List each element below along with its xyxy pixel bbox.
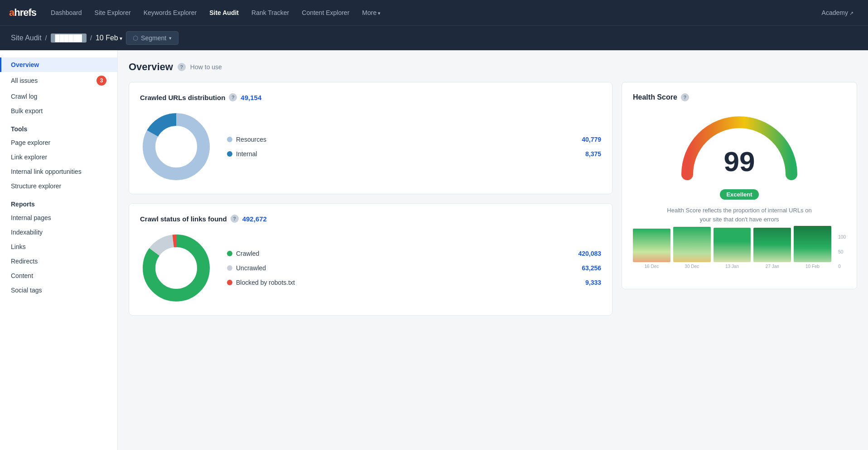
legend-blocked-text: Blocked by robots.txt — [236, 279, 295, 286]
breadcrumb-bar: Site Audit / ██████ / 10 Feb Segment — [0, 25, 868, 50]
sidebar-item-internal-pages[interactable]: Internal pages — [0, 211, 117, 225]
sidebar-item-internal-link-opportunities[interactable]: Internal link opportunities — [0, 164, 117, 179]
legend-item-uncrawled: Uncrawled 63,256 — [227, 264, 601, 272]
legend-blocked-dot — [227, 280, 232, 285]
legend-uncrawled-text: Uncrawled — [236, 264, 266, 272]
crawl-status-help-icon[interactable]: ? — [231, 215, 239, 223]
help-icon[interactable]: ? — [178, 63, 186, 71]
legend-internal-text: Internal — [236, 150, 257, 158]
crawled-urls-donut — [140, 110, 212, 183]
legend-resources-dot — [227, 137, 232, 142]
y-label-50: 50 — [838, 249, 846, 254]
bar-group-1: 16 Dec — [633, 229, 670, 269]
breadcrumb-site-audit: Site Audit — [11, 34, 42, 42]
y-label-100: 100 — [838, 235, 846, 239]
segment-button[interactable]: Segment — [126, 31, 178, 45]
sidebar-item-crawl-log[interactable]: Crawl log — [0, 89, 117, 104]
legend-item-internal: Internal 8,375 — [227, 150, 601, 158]
sidebar: Overview All issues 3 Crawl log Bulk exp… — [0, 50, 118, 450]
page-header: Overview ? How to use — [129, 61, 857, 73]
bar-group-2: 30 Dec — [673, 227, 711, 269]
crawl-status-title-text: Crawl status of links found — [140, 215, 227, 223]
crawled-urls-donut-svg — [140, 110, 212, 183]
bar-label-3: 13 Jan — [725, 264, 739, 269]
legend-uncrawled-value: 63,256 — [582, 264, 601, 272]
sidebar-item-links[interactable]: Links — [0, 239, 117, 254]
legend-crawled-text: Crawled — [236, 250, 259, 257]
nav-keywords-explorer[interactable]: Keywords Explorer — [138, 5, 203, 20]
nav-content-explorer[interactable]: Content Explorer — [296, 5, 355, 20]
health-bar-chart: 16 Dec 30 Dec 13 Jan — [633, 233, 846, 278]
legend-internal-value: 8,375 — [585, 150, 601, 158]
legend-internal-dot — [227, 151, 232, 157]
ahrefs-logo[interactable]: ahrefs — [9, 7, 36, 19]
crawl-status-donut — [140, 232, 212, 304]
nav-more[interactable]: More — [357, 5, 386, 20]
crawled-urls-chart-row: Resources 40,779 Internal 8,375 — [140, 110, 601, 183]
breadcrumb-site-name[interactable]: ██████ — [51, 34, 87, 43]
crawl-status-card-title: Crawl status of links found ? 492,672 — [140, 215, 601, 223]
legend-internal-label: Internal — [227, 150, 257, 158]
cards-grid: Crawled URLs distribution ? 49,154 — [129, 82, 857, 316]
how-to-use-link[interactable]: How to use — [190, 63, 222, 71]
health-score-title: Health Score ? — [633, 93, 689, 101]
crawl-status-legend: Crawled 420,083 Uncrawled 63,256 — [227, 250, 601, 286]
nav-rank-tracker[interactable]: Rank Tracker — [246, 5, 294, 20]
bar-2 — [673, 227, 711, 262]
crawled-urls-legend: Resources 40,779 Internal 8,375 — [227, 136, 601, 158]
legend-resources-label: Resources — [227, 136, 266, 143]
crawl-status-donut-svg — [140, 232, 212, 304]
sidebar-section-tools: Tools — [0, 118, 117, 135]
legend-crawled-label: Crawled — [227, 250, 259, 257]
health-score-card: Health Score ? — [622, 82, 857, 289]
bar-5 — [794, 226, 831, 262]
sidebar-item-page-explorer[interactable]: Page explorer — [0, 135, 117, 150]
crawled-urls-help-icon[interactable]: ? — [229, 93, 237, 101]
sidebar-item-social-tags[interactable]: Social tags — [0, 283, 117, 297]
health-score-description: Health Score reflects the proportion of … — [662, 206, 816, 224]
top-navigation: ahrefs Dashboard Site Explorer Keywords … — [0, 0, 868, 25]
sidebar-item-bulk-export[interactable]: Bulk export — [0, 104, 117, 118]
legend-crawled-value: 420,083 — [578, 250, 601, 257]
logo-rest: hrefs — [14, 7, 36, 18]
sidebar-item-indexability[interactable]: Indexability — [0, 225, 117, 239]
sidebar-item-content[interactable]: Content — [0, 268, 117, 283]
nav-academy[interactable]: Academy — [816, 5, 859, 20]
bar-group-5: 10 Feb — [794, 226, 831, 269]
bar-group-3: 13 Jan — [714, 228, 751, 269]
crawled-urls-card-title: Crawled URLs distribution ? 49,154 — [140, 93, 601, 101]
bar-3 — [714, 228, 751, 262]
left-column: Crawled URLs distribution ? 49,154 — [129, 82, 612, 316]
health-score-title-text: Health Score — [633, 93, 677, 101]
gauge-score: 99 — [724, 145, 755, 177]
legend-blocked-label: Blocked by robots.txt — [227, 279, 295, 286]
nav-site-explorer[interactable]: Site Explorer — [89, 5, 136, 20]
sidebar-item-overview[interactable]: Overview — [0, 57, 117, 72]
legend-resources-value: 40,779 — [582, 136, 601, 143]
legend-uncrawled-label: Uncrawled — [227, 264, 266, 272]
sidebar-section-reports: Reports — [0, 193, 117, 211]
bar-label-4: 27 Jan — [766, 264, 779, 269]
legend-resources-text: Resources — [236, 136, 266, 143]
nav-dashboard[interactable]: Dashboard — [45, 5, 87, 20]
bar-chart-bars: 16 Dec 30 Dec 13 Jan — [633, 233, 846, 278]
legend-crawled-dot — [227, 251, 232, 256]
sidebar-item-link-explorer[interactable]: Link explorer — [0, 150, 117, 164]
legend-item-crawled: Crawled 420,083 — [227, 250, 601, 257]
sidebar-item-all-issues[interactable]: All issues 3 — [0, 72, 117, 89]
crawl-status-chart-row: Crawled 420,083 Uncrawled 63,256 — [140, 232, 601, 304]
legend-uncrawled-dot — [227, 265, 232, 271]
bar-label-1: 16 Dec — [645, 264, 659, 269]
breadcrumb-date[interactable]: 10 Feb — [96, 34, 122, 42]
sidebar-all-issues-badge: 3 — [96, 76, 106, 86]
nav-site-audit[interactable]: Site Audit — [204, 5, 244, 20]
crawled-urls-card: Crawled URLs distribution ? 49,154 — [129, 82, 612, 194]
crawl-status-card: Crawl status of links found ? 492,672 — [129, 203, 612, 316]
sidebar-item-structure-explorer[interactable]: Structure explorer — [0, 179, 117, 193]
crawled-urls-title-text: Crawled URLs distribution — [140, 94, 225, 101]
sidebar-item-redirects[interactable]: Redirects — [0, 254, 117, 268]
health-score-help-icon[interactable]: ? — [681, 93, 689, 101]
page-title: Overview — [129, 61, 173, 73]
content-area: Overview ? How to use Crawled URLs distr… — [118, 50, 868, 450]
legend-blocked-value: 9,333 — [585, 279, 601, 286]
